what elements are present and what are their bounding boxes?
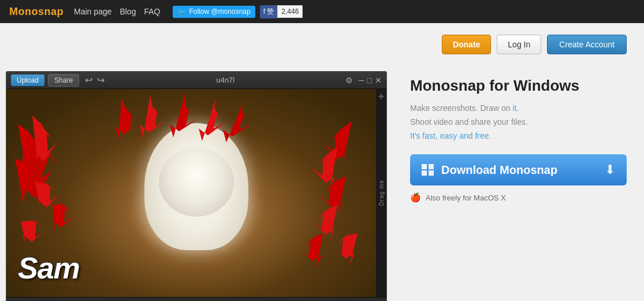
main-content: Upload Share ↩ ↪ u4n7l ⚙ ─ □ ✕: [0, 65, 644, 301]
nav-links: Main page Blog FAQ: [74, 7, 160, 16]
svg-marker-16: [311, 205, 337, 241]
minimize-button[interactable]: ─: [359, 76, 364, 85]
drag-cross-icon: ✛: [378, 92, 384, 101]
header-row: Donate Log In Create Account: [0, 23, 644, 65]
facebook-icon: f 赞: [260, 5, 278, 18]
editor-title: u4n7l: [109, 76, 342, 84]
svg-marker-18: [332, 232, 358, 266]
svg-marker-3: [32, 115, 57, 167]
svg-marker-17: [299, 233, 323, 268]
download-button[interactable]: Download Monosnap ⬇: [410, 154, 627, 185]
drag-me-label: Drag me: [378, 180, 385, 206]
create-account-button[interactable]: Create Account: [547, 35, 627, 54]
drag-handle[interactable]: ✛ Drag me: [376, 89, 386, 297]
settings-icon[interactable]: ⚙: [345, 76, 353, 85]
editor-titlebar: Upload Share ↩ ↪ u4n7l ⚙ ─ □ ✕: [6, 72, 386, 89]
svg-marker-9: [140, 95, 166, 139]
mac-download-line: 🍎 Also freely for MacOS X: [410, 192, 627, 203]
nav-blog[interactable]: Blog: [120, 7, 136, 16]
nav-faq[interactable]: FAQ: [144, 7, 160, 16]
editor-canvas: Sam ✛ Drag me: [6, 89, 386, 297]
windows-logo-icon: [422, 164, 434, 176]
maximize-button[interactable]: □: [367, 76, 372, 85]
download-label: Download Monosnap: [441, 163, 557, 177]
nav-main-page[interactable]: Main page: [74, 7, 111, 16]
svg-marker-8: [116, 98, 140, 140]
download-button-content: Download Monosnap: [422, 163, 557, 177]
svg-marker-6: [53, 200, 76, 233]
image-background: Sam: [6, 89, 386, 297]
svg-marker-14: [311, 147, 337, 190]
desc-line-2: Shoot video and share your files.: [410, 116, 627, 129]
editor-container: Upload Share ↩ ↪ u4n7l ⚙ ─ □ ✕: [0, 65, 393, 301]
mac-label: Also freely for MacOS X: [426, 194, 506, 202]
desc-link-it[interactable]: it: [512, 103, 516, 113]
download-arrow-icon: ⬇: [605, 162, 615, 177]
svg-marker-2: [18, 124, 44, 170]
desc-link-fast[interactable]: It's fast, easy and free.: [410, 131, 491, 140]
social-bar: 🐦 Follow @monosnap f 赞 2,446: [173, 5, 303, 18]
panel-title: Monosnap for Windows: [410, 77, 627, 95]
twitter-follow-button[interactable]: 🐦 Follow @monosnap: [173, 6, 255, 18]
svg-marker-1: [35, 124, 61, 193]
svg-marker-7: [21, 216, 47, 246]
brand-logo: Monosnap: [9, 6, 64, 18]
svg-marker-13: [324, 121, 352, 166]
panel-description: Make screenshots. Draw on it. Shoot vide…: [410, 102, 627, 143]
right-panel: Monosnap for Windows Make screenshots. D…: [393, 65, 644, 301]
window-controls: ─ □ ✕: [359, 76, 382, 85]
undo-button[interactable]: ↩: [84, 75, 94, 86]
svg-marker-0: [21, 135, 58, 205]
editor-window: Upload Share ↩ ↪ u4n7l ⚙ ─ □ ✕: [6, 71, 387, 301]
facebook-count: 2,446: [277, 5, 303, 18]
share-button[interactable]: Share: [48, 74, 79, 87]
svg-marker-15: [318, 176, 346, 215]
facebook-like-button[interactable]: f 赞 2,446: [260, 5, 303, 18]
close-button[interactable]: ✕: [375, 76, 382, 85]
twitter-icon: 🐦: [177, 8, 187, 16]
upload-button[interactable]: Upload: [11, 75, 44, 86]
login-button[interactable]: Log In: [497, 35, 541, 54]
image-annotation-text: Sam: [18, 251, 80, 285]
donate-button[interactable]: Donate: [442, 35, 491, 54]
top-navigation: Monosnap Main page Blog FAQ 🐦 Follow @mo…: [0, 0, 644, 23]
desc-line-3: It's fast, easy and free.: [410, 129, 627, 143]
svg-marker-5: [35, 180, 60, 213]
dog-head: [159, 147, 234, 217]
editor-toolbar: ↗ ▭ ╲ ○ ╱ Aa A↕ ● ⊡ ⤢ Save: [6, 297, 386, 301]
redo-button[interactable]: ↪: [96, 75, 106, 86]
apple-icon: 🍎: [410, 192, 421, 203]
svg-marker-4: [15, 158, 41, 198]
desc-line-1: Make screenshots. Draw on it.: [410, 102, 627, 116]
undo-redo-controls: ↩ ↪: [84, 75, 106, 86]
